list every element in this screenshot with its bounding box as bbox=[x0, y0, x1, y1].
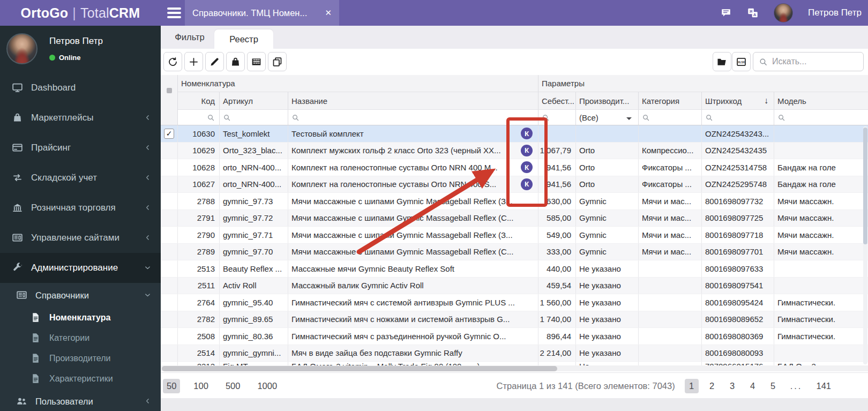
table-row[interactable]: 2508 gymnic_80.36 Гимнастический мяч с р… bbox=[161, 328, 868, 345]
sidebar-item[interactable]: Складской учет bbox=[0, 163, 161, 193]
table-row[interactable]: 2789 gymnic_97.70 Мячи массажные с шипам… bbox=[161, 244, 868, 261]
sidebar-item[interactable]: Пользователи bbox=[0, 389, 161, 411]
edit-button[interactable] bbox=[205, 52, 224, 71]
document-tab[interactable]: Справочники. ТМЦ Номен... ✕ bbox=[185, 0, 339, 26]
sidebar-item[interactable]: Справочники bbox=[0, 283, 161, 308]
row-checkbox-cell[interactable] bbox=[161, 294, 178, 311]
user-name[interactable]: Петров Петр bbox=[808, 8, 862, 18]
export-xlsx-button[interactable]: XLSX bbox=[732, 52, 751, 71]
user-avatar[interactable] bbox=[774, 3, 793, 23]
table-row[interactable]: 2511 Activ Roll Массажный валик Gymnic A… bbox=[161, 278, 868, 295]
sidebar-item[interactable]: Dashboard bbox=[0, 73, 161, 103]
refresh-button[interactable] bbox=[163, 52, 182, 71]
page-button[interactable]: 4 bbox=[746, 379, 760, 393]
marketplace-button[interactable] bbox=[226, 52, 245, 71]
table-row[interactable]: 2764 gymnic_95.40 Гимнастический мяч с с… bbox=[161, 294, 868, 311]
sort-desc-icon[interactable]: ↓ bbox=[764, 96, 770, 106]
table-row[interactable]: 10629 Orto_323_blac... Комплект мужских … bbox=[161, 143, 868, 160]
search-input[interactable] bbox=[772, 57, 858, 66]
page-size-button[interactable]: 1000 bbox=[253, 379, 281, 393]
col-header-article[interactable]: Артикул bbox=[220, 92, 288, 109]
row-checkbox-cell[interactable] bbox=[161, 311, 178, 328]
page-size-button[interactable]: 500 bbox=[222, 379, 244, 393]
sidebar-item[interactable]: Категории bbox=[0, 328, 161, 348]
filter-model[interactable] bbox=[774, 110, 868, 125]
duplicate-button[interactable] bbox=[268, 52, 287, 71]
table-row[interactable]: 2782 gymnic_89.65 Гимнастический мяч с н… bbox=[161, 311, 868, 328]
filter-article[interactable] bbox=[220, 110, 288, 125]
chat-icon[interactable] bbox=[720, 7, 732, 19]
filter-code[interactable] bbox=[178, 110, 220, 125]
row-checkbox-cell[interactable] bbox=[161, 328, 178, 345]
page-button[interactable]: 3 bbox=[725, 379, 739, 393]
col-header-cost[interactable]: Себест... bbox=[538, 92, 576, 109]
table-row[interactable]: 2514 gymnic_gymni... Мяч в виде зайца бе… bbox=[161, 345, 868, 362]
horizontal-scrollbar[interactable] bbox=[161, 365, 868, 371]
sidebar-item[interactable]: Производители bbox=[0, 348, 161, 369]
sidebar-item[interactable]: Прайсинг bbox=[0, 133, 161, 163]
filter-barcode[interactable] bbox=[702, 110, 774, 125]
table-row[interactable]: 2513 Beauty Reflex ... Массажные мячи Gy… bbox=[161, 260, 868, 278]
page-size-button[interactable]: 50 bbox=[163, 379, 180, 393]
cell-producer: Orto bbox=[576, 143, 639, 159]
add-button[interactable] bbox=[184, 52, 203, 71]
menu-toggle-icon[interactable] bbox=[167, 8, 181, 18]
sidebar-item[interactable]: Характеристики bbox=[0, 369, 161, 389]
sidebar-item[interactable]: Номенклатура bbox=[0, 308, 161, 328]
table-row[interactable]: ✓ 10630 Test_komlekt Тестовый комплект К… bbox=[161, 125, 868, 143]
table-row[interactable]: 2788 gymnic_97.73 Мячи массажные с шипам… bbox=[161, 193, 868, 210]
page-button[interactable]: ... bbox=[787, 379, 806, 393]
vertical-scrollbar-thumb[interactable] bbox=[863, 128, 867, 244]
logo-divider: | bbox=[72, 5, 76, 21]
row-checkbox[interactable]: ✓ bbox=[164, 129, 174, 139]
row-checkbox-cell[interactable] bbox=[161, 227, 178, 243]
table-row[interactable]: 2790 gymnic_97.71 Мячи массажные с шипам… bbox=[161, 227, 868, 244]
open-folder-button[interactable] bbox=[713, 52, 731, 71]
filter-producer-select[interactable]: (Все) bbox=[576, 110, 639, 125]
tab-filter[interactable]: Фильтр bbox=[165, 26, 214, 49]
row-checkbox-cell[interactable] bbox=[161, 176, 178, 193]
col-header-category[interactable]: Категория bbox=[639, 92, 702, 109]
row-checkbox-cell[interactable] bbox=[161, 345, 178, 362]
col-header-model[interactable]: Модель bbox=[774, 92, 868, 109]
filter-cost[interactable] bbox=[538, 110, 576, 125]
col-header-barcode[interactable]: Штрихкод ↓ bbox=[702, 92, 774, 109]
grid-view-button[interactable] bbox=[247, 52, 266, 71]
page-button[interactable]: 2 bbox=[705, 379, 719, 393]
table-row[interactable]: 10627 orto_NRN-400... Комплект на голено… bbox=[161, 176, 868, 193]
tab-registry[interactable]: Реестр bbox=[214, 29, 273, 49]
vertical-scrollbar[interactable] bbox=[863, 126, 867, 364]
sidebar-item[interactable]: Администрирование bbox=[0, 253, 161, 283]
row-checkbox-cell[interactable] bbox=[161, 244, 178, 260]
row-checkbox-cell[interactable] bbox=[161, 260, 178, 277]
row-checkbox-cell[interactable] bbox=[161, 210, 178, 227]
row-checkbox-cell[interactable] bbox=[161, 193, 178, 210]
sidebar-item[interactable]: Розничная торговля bbox=[0, 193, 161, 223]
page-size-button[interactable]: 100 bbox=[190, 379, 212, 393]
sidebar-item[interactable]: Управление сайтами bbox=[0, 223, 161, 253]
row-checkbox-cell[interactable]: ✓ bbox=[161, 125, 178, 142]
table-row[interactable]: 10628 orto_NRN-400... Комплект на голено… bbox=[161, 159, 868, 176]
row-checkbox-cell[interactable] bbox=[161, 143, 178, 159]
cell-category bbox=[639, 311, 702, 328]
page-button[interactable]: 1 bbox=[685, 379, 699, 393]
sidebar-item-icon bbox=[12, 82, 25, 94]
col-header-code[interactable]: Код bbox=[178, 92, 220, 109]
row-checkbox-cell[interactable] bbox=[161, 159, 178, 176]
item-name: Массажные мячи Gymnic Beauty Reflex Soft bbox=[291, 264, 454, 273]
sidebar-item-label: Администрирование bbox=[31, 263, 144, 273]
select-all-checkbox[interactable] bbox=[167, 88, 172, 93]
sidebar-avatar[interactable] bbox=[6, 33, 38, 64]
close-icon[interactable]: ✕ bbox=[325, 8, 332, 18]
table-row[interactable]: 2791 gymnic_97.72 Мячи массажные с шипам… bbox=[161, 210, 868, 227]
page-button[interactable]: 5 bbox=[766, 379, 780, 393]
sidebar-item[interactable]: Маркетплейсы bbox=[0, 103, 161, 133]
translate-icon[interactable]: ЯA bbox=[747, 7, 759, 19]
col-header-producer[interactable]: Производит... bbox=[576, 92, 639, 109]
row-checkbox-cell[interactable] bbox=[161, 278, 178, 294]
filter-category[interactable] bbox=[639, 110, 702, 125]
page-button[interactable]: 141 bbox=[812, 379, 835, 393]
horizontal-scrollbar-thumb[interactable] bbox=[162, 366, 557, 371]
col-header-name[interactable]: Название bbox=[288, 92, 538, 109]
filter-name[interactable] bbox=[288, 110, 538, 125]
